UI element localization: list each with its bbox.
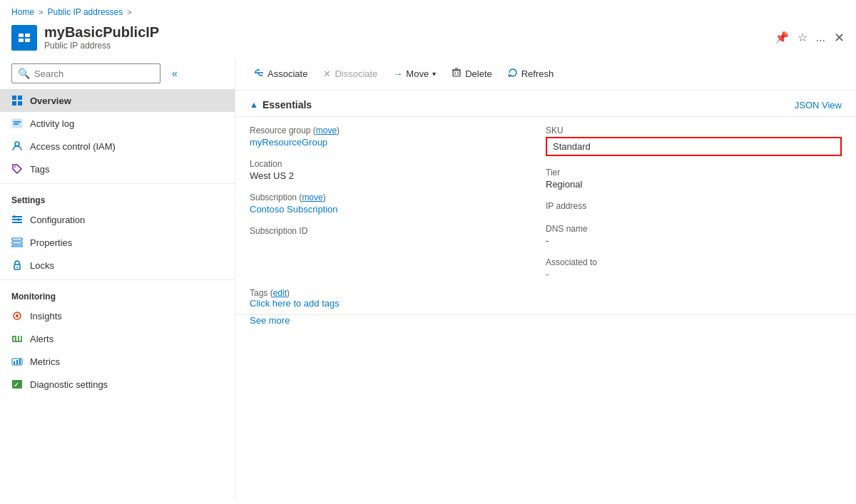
search-input[interactable] [34, 68, 154, 79]
breadcrumb: Home > Public IP addresses > [0, 0, 856, 21]
sidebar-item-access-control-label: Access control (IAM) [30, 141, 116, 152]
configuration-icon [11, 214, 23, 225]
sidebar-item-tags[interactable]: Tags [0, 158, 235, 180]
sidebar-item-insights-label: Insights [30, 311, 62, 322]
location-value: West US 2 [250, 170, 546, 181]
svg-rect-13 [18, 218, 19, 221]
subscription-move-link[interactable]: move [302, 192, 322, 202]
refresh-button[interactable]: Refresh [501, 63, 561, 84]
locks-icon [11, 259, 23, 271]
sidebar-item-configuration-label: Configuration [30, 215, 85, 225]
access-control-icon [11, 140, 23, 152]
subscription-label: Subscription (move) [250, 192, 546, 202]
sidebar-item-locks-label: Locks [30, 260, 54, 271]
dissociate-label: Dissociate [335, 68, 377, 79]
subscription-id-label: Subscription ID [250, 226, 546, 236]
subscription-id-field: Subscription ID [250, 226, 546, 237]
svg-point-18 [16, 267, 18, 268]
dns-name-label: DNS name [546, 224, 842, 234]
sidebar-item-activity-log-label: Activity log [30, 118, 74, 129]
sku-field: SKU Standard [546, 125, 842, 156]
associated-to-value[interactable]: - [546, 269, 842, 279]
sidebar-item-overview-label: Overview [30, 96, 71, 106]
pin-button[interactable]: 📌 [773, 29, 790, 46]
tags-edit-link[interactable]: edit [273, 288, 287, 298]
essentials-header: ▲ Essentials JSON View [235, 91, 856, 117]
favorite-button[interactable]: ☆ [796, 29, 809, 46]
svg-rect-4 [12, 119, 22, 128]
sidebar-item-tags-label: Tags [30, 164, 49, 175]
breadcrumb-home[interactable]: Home [11, 7, 34, 17]
svg-rect-3 [18, 101, 22, 106]
resource-group-field: Resource group (move) myResourceGroup [250, 125, 546, 148]
dissociate-button[interactable]: ✕ Dissociate [316, 64, 384, 83]
move-icon: → [393, 68, 402, 79]
svg-text:✓: ✓ [14, 381, 19, 389]
svg-rect-22 [14, 337, 15, 341]
chevron-up-icon: ▲ [250, 100, 258, 110]
svg-rect-32 [453, 71, 460, 76]
sku-value: Standard [553, 141, 835, 152]
dissociate-icon: ✕ [323, 68, 331, 79]
associate-icon [254, 68, 264, 80]
sidebar-item-insights[interactable]: Insights [0, 304, 235, 327]
sidebar-item-configuration[interactable]: Configuration [0, 208, 235, 231]
see-more-link[interactable]: See more [250, 315, 290, 326]
sidebar-item-metrics[interactable]: Metrics [0, 350, 235, 373]
sidebar-item-alerts[interactable]: Alerts [0, 327, 235, 350]
more-button[interactable]: ... [815, 30, 827, 46]
collapse-button[interactable]: « [169, 65, 180, 82]
svg-rect-0 [12, 96, 16, 100]
resource-group-value[interactable]: myResourceGroup [250, 137, 546, 148]
associate-label: Associate [268, 68, 307, 79]
refresh-icon [508, 68, 518, 80]
svg-point-7 [15, 142, 19, 146]
delete-button[interactable]: Delete [444, 63, 499, 84]
essentials-right: SKU Standard Tier Regional IP address DN… [546, 125, 842, 279]
sidebar-item-access-control[interactable]: Access control (IAM) [0, 135, 235, 158]
see-more-section: See more [235, 315, 856, 337]
tags-add-link[interactable]: Click here to add tags [250, 298, 340, 309]
resource-group-move-link[interactable]: move [316, 125, 337, 135]
main-layout: 🔍 « Overview [0, 58, 856, 498]
sidebar: 🔍 « Overview [0, 58, 235, 498]
svg-rect-2 [12, 101, 16, 106]
move-label: Move [406, 68, 429, 79]
associate-button[interactable]: Associate [247, 63, 315, 84]
resource-header: myBasicPublicIP Public IP address 📌 ☆ ..… [0, 21, 856, 58]
tags-section: Tags (edit) Click here to add tags [235, 288, 856, 314]
location-label: Location [250, 159, 546, 169]
breadcrumb-public-ip[interactable]: Public IP addresses [47, 7, 123, 17]
sidebar-item-properties-label: Properties [30, 237, 72, 248]
svg-rect-24 [19, 334, 21, 341]
subscription-field: Subscription (move) Contoso Subscription [250, 192, 546, 215]
overview-icon [11, 95, 23, 106]
sidebar-item-overview[interactable]: Overview [0, 89, 235, 112]
subscription-value[interactable]: Contoso Subscription [250, 204, 546, 215]
sidebar-item-locks[interactable]: Locks [0, 254, 235, 277]
search-icon: 🔍 [18, 68, 30, 79]
associated-to-field: Associated to - [546, 257, 842, 279]
tags-icon [11, 163, 23, 175]
json-view-link[interactable]: JSON View [795, 100, 842, 110]
sidebar-item-diagnostic-settings-label: Diagnostic settings [30, 379, 108, 390]
essentials-left: Resource group (move) myResourceGroup Lo… [250, 125, 546, 279]
svg-rect-27 [16, 360, 18, 364]
essentials-title: ▲ Essentials [250, 99, 312, 110]
sidebar-item-diagnostic-settings[interactable]: ✓ Diagnostic settings [0, 373, 235, 396]
svg-rect-26 [14, 361, 15, 364]
svg-rect-15 [12, 242, 22, 244]
close-button[interactable]: ✕ [834, 30, 845, 46]
svg-rect-12 [14, 215, 15, 218]
resource-name: myBasicPublicIP [44, 24, 758, 41]
tags-label: Tags (edit) [250, 288, 842, 298]
sidebar-item-activity-log[interactable]: Activity log [0, 112, 235, 135]
sidebar-item-properties[interactable]: Properties [0, 231, 235, 254]
search-box[interactable]: 🔍 [11, 63, 160, 83]
metrics-icon [11, 356, 23, 367]
settings-section-header: Settings [0, 183, 235, 208]
svg-rect-23 [16, 336, 18, 341]
breadcrumb-sep1: > [39, 8, 43, 16]
essentials-title-text: Essentials [263, 99, 312, 110]
move-button[interactable]: → Move ▾ [386, 64, 443, 83]
